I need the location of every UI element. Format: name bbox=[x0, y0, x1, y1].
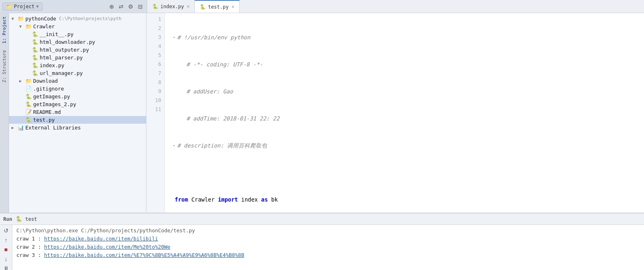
collapse-button[interactable]: ⊟ bbox=[136, 2, 144, 11]
tree-getimages[interactable]: 🐍 getImages.py bbox=[9, 93, 146, 100]
main-content: 1: Project Z: Structure ▼ 📁 pythonCode C… bbox=[0, 13, 644, 213]
project-tab[interactable]: 📁 Project ▼ bbox=[2, 2, 43, 11]
new-file-button[interactable]: ⊕ bbox=[108, 2, 116, 11]
py-file-icon: 🐍 bbox=[32, 62, 38, 68]
tree-html-outputer[interactable]: 🐍 html_outputer.py bbox=[9, 46, 146, 54]
py-file-icon: 🐍 bbox=[32, 39, 38, 45]
py-icon-active: 🐍 bbox=[200, 4, 206, 10]
output-craw3-link[interactable]: https://baike.baidu.com/item/%E7%9C%8B%E… bbox=[44, 252, 244, 258]
py-file-icon: 🐍 bbox=[32, 70, 38, 76]
tab-test-py[interactable]: 🐍 test.py ✕ bbox=[195, 0, 239, 13]
tree-url-manager[interactable]: 🐍 url_manager.py bbox=[9, 69, 146, 77]
ext-lib-icon: 📊 bbox=[18, 125, 24, 131]
output-line-3: craw 3 : https://baike.baidu.com/item/%E… bbox=[16, 251, 640, 259]
toolbar-icons: ⊕ ⇄ ⚙ ⊟ bbox=[108, 2, 144, 11]
chevron-down-icon: ▼ bbox=[36, 4, 39, 9]
line4-comment: # addTime: 2018-01-31 22: 22 bbox=[173, 114, 279, 123]
folder-icon: 📁 bbox=[6, 4, 12, 9]
code-line-4: # addTime: 2018-01-31 22: 22 bbox=[173, 114, 644, 123]
output-line-1: craw 1 : https://baike.baidu.com/item/bi… bbox=[16, 235, 640, 243]
py-file-icon: 🐍 bbox=[25, 101, 32, 107]
panel-label-structure[interactable]: Z: Structure bbox=[1, 47, 8, 86]
tree-root[interactable]: ▼ 📁 pythonCode C:\Python\projects\pyth bbox=[9, 15, 146, 23]
file-url-manager-label: url_manager.py bbox=[40, 70, 83, 76]
settings-button[interactable]: ⚙ bbox=[126, 2, 135, 11]
output-craw2-text: craw 2 : bbox=[16, 244, 44, 250]
py-file-icon: 🐍 bbox=[25, 117, 32, 123]
project-tab-label: Project bbox=[14, 4, 35, 9]
chevron-icon: ▼ bbox=[19, 24, 24, 29]
run-output: C:\Python\python.exe C:/Python/projects/… bbox=[12, 225, 644, 270]
code-line-2: # -*- coding: UTF-8 -*- bbox=[173, 60, 644, 69]
output-craw2-link[interactable]: https://baike.baidu.com/item/Me%20to%20W… bbox=[44, 244, 171, 250]
tab-index-py[interactable]: 🐍 index.py ✕ bbox=[147, 0, 195, 13]
panel-label-project[interactable]: 1: Project bbox=[1, 13, 8, 47]
file-init-label: __init__.py bbox=[40, 31, 74, 37]
line-numbers: 1 2 3 4 5 6 7 8 9 10 11 bbox=[146, 13, 165, 213]
file-getimages2-label: getImages_2.py bbox=[33, 101, 76, 107]
chevron-icon: ▶ bbox=[11, 125, 16, 130]
md-file-icon: 📝 bbox=[25, 109, 32, 115]
code-line-1: ▸# !/usr/bin/env python bbox=[173, 33, 644, 42]
line3-comment: # addUser: Gao bbox=[173, 87, 233, 96]
file-html-parser-label: html_parser.py bbox=[40, 54, 83, 61]
folder-crawler-label: Crawler bbox=[33, 23, 55, 29]
scroll-up-button[interactable]: ↑ bbox=[2, 236, 11, 244]
output-craw1-link[interactable]: https://baike.baidu.com/item/bilibili bbox=[44, 236, 158, 242]
code-editor[interactable]: ▸# !/usr/bin/env python # -*- coding: UT… bbox=[165, 13, 644, 213]
py-file-icon: 🐍 bbox=[32, 54, 38, 61]
editor-area: 1 2 3 4 5 6 7 8 9 10 11 ▸# !/usr/bin/env… bbox=[146, 13, 644, 213]
run-toolbar: ↺ ↑ ■ ↓ ⏸ ⊞ bbox=[0, 225, 12, 270]
tree-crawler-folder[interactable]: ▼ 📁 Crawler bbox=[9, 23, 146, 30]
tab-test-py-label: test.py bbox=[208, 4, 229, 10]
output-craw1-text: craw 1 : bbox=[16, 236, 44, 242]
tree-download-folder[interactable]: ▶ 📁 Download bbox=[9, 77, 146, 85]
cmd-line: C:\Python\python.exe C:/Python/projects/… bbox=[16, 227, 640, 235]
file-readme-label: README.md bbox=[33, 109, 61, 115]
line2-comment: # -*- coding: UTF-8 -*- bbox=[173, 60, 263, 69]
code-view[interactable]: 1 2 3 4 5 6 7 8 9 10 11 ▸# !/usr/bin/env… bbox=[146, 13, 644, 213]
tree-gitignore[interactable]: 📄 .gitignore bbox=[9, 85, 146, 93]
tree-external-libraries[interactable]: ▶ 📊 External Libraries bbox=[9, 124, 146, 132]
stop-button[interactable]: ■ bbox=[2, 245, 11, 254]
code-line-3: # addUser: Gao bbox=[173, 87, 644, 96]
folder-icon: 📁 bbox=[18, 16, 24, 22]
pause-button[interactable]: ⏸ bbox=[2, 264, 11, 270]
line1-comment: # !/usr/bin/env python bbox=[177, 33, 250, 42]
tree-readme[interactable]: 📝 README.md bbox=[9, 108, 146, 116]
editor-tabs: 🐍 index.py ✕ 🐍 test.py ✕ bbox=[147, 0, 644, 13]
tree-init-py[interactable]: 🐍 __init__.py bbox=[9, 30, 146, 38]
tree-getimages2[interactable]: 🐍 getImages_2.py bbox=[9, 100, 146, 108]
line7-code: from Crawler import index as bk bbox=[175, 195, 278, 204]
root-name: pythonCode bbox=[25, 16, 56, 22]
output-craw3-text: craw 3 : bbox=[16, 252, 44, 258]
tree-html-downloader[interactable]: 🐍 html_downloader.py bbox=[9, 38, 146, 46]
tree-test-py[interactable]: 🐍 test.py bbox=[9, 116, 146, 124]
file-tree: ▼ 📁 pythonCode C:\Python\projects\pyth ▼… bbox=[9, 13, 146, 133]
fold-marker-5: ▸ bbox=[173, 141, 176, 150]
line5-comment: # description: 调用百科爬取包 bbox=[177, 141, 267, 150]
py-file-icon: 🐍 bbox=[32, 47, 38, 53]
file-test-label: test.py bbox=[33, 117, 55, 123]
sidebar: 1: Project Z: Structure ▼ 📁 pythonCode C… bbox=[0, 13, 146, 213]
run-panel: Run 🐍 test ↺ ↑ ■ ↓ ⏸ ⊞ C:\Python\python.… bbox=[0, 213, 644, 270]
run-icon: 🐍 bbox=[16, 216, 22, 222]
scroll-down-button[interactable]: ↓ bbox=[2, 255, 11, 263]
ext-libraries-label: External Libraries bbox=[25, 125, 81, 131]
file-html-downloader-label: html_downloader.py bbox=[40, 39, 95, 45]
folder-icon: 📁 bbox=[25, 23, 32, 29]
file-index-label: index.py bbox=[40, 62, 64, 68]
sync-button[interactable]: ⇄ bbox=[117, 2, 125, 11]
tree-html-parser[interactable]: 🐍 html_parser.py bbox=[9, 54, 146, 61]
code-line-7: from Crawler import index as bk bbox=[173, 195, 644, 204]
py-icon: 🐍 bbox=[152, 4, 158, 9]
tree-index-py[interactable]: 🐍 index.py bbox=[9, 61, 146, 69]
code-line-6 bbox=[173, 168, 644, 177]
folder-icon: 📁 bbox=[25, 78, 32, 84]
tab-test-py-close[interactable]: ✕ bbox=[232, 4, 234, 9]
run-label: Run bbox=[3, 216, 12, 222]
file-gitignore-label: .gitignore bbox=[33, 86, 64, 92]
tab-index-py-close[interactable]: ✕ bbox=[187, 4, 190, 9]
rerun-button[interactable]: ↺ bbox=[2, 227, 11, 235]
run-body: ↺ ↑ ■ ↓ ⏸ ⊞ C:\Python\python.exe C:/Pyth… bbox=[0, 225, 644, 270]
